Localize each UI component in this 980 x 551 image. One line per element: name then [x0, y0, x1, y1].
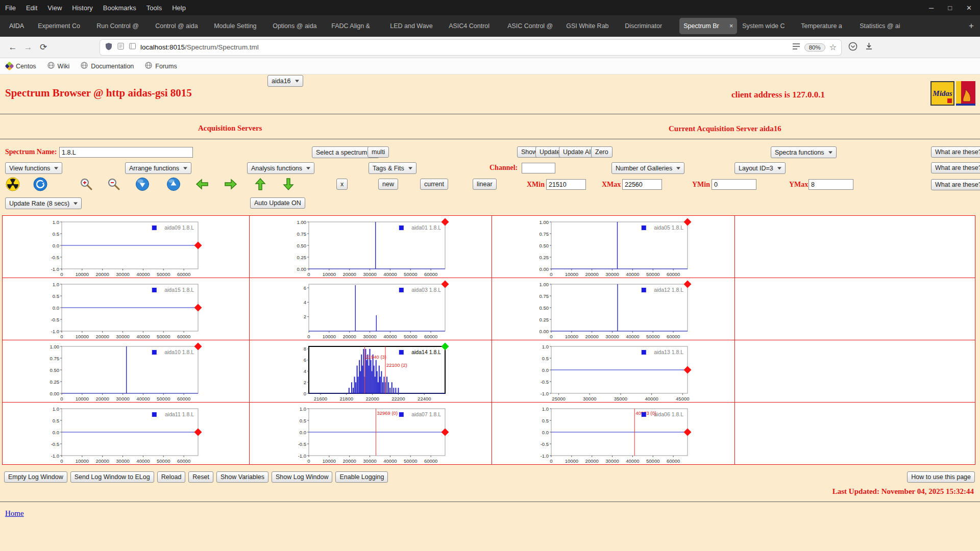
tab-module-setting[interactable]: Module Setting	[210, 18, 267, 34]
spectrum-chart-aida11[interactable]: 1.00.50.0-0.5-1.001000020000300004000050…	[40, 405, 209, 465]
linear-button[interactable]: linear	[473, 179, 497, 190]
gallery-cell-aida06[interactable]: 1.00.50.0-0.5-1.001000020000300004000050…	[492, 403, 735, 465]
list-icon[interactable]	[129, 42, 136, 52]
shield-icon[interactable]	[105, 42, 113, 53]
spectrum-chart-aida03[interactable]: 6420100002000030000400005000060000aida03…	[287, 280, 456, 340]
tab-spectrum-br[interactable]: Spectrum Br×	[679, 18, 737, 34]
reload-button[interactable]: Reload	[157, 471, 186, 483]
number-of-galleries-dropdown[interactable]: Number of Galleries	[611, 162, 684, 174]
gallery-cell-aida07[interactable]: 1.00.50.0-0.5-1.001000020000300004000050…	[250, 403, 492, 465]
bookmark-forums[interactable]: Forums	[145, 62, 177, 70]
bookmark-centos[interactable]: Centos	[6, 63, 36, 70]
empty-log-window-button[interactable]: Empty Log Window	[4, 471, 67, 483]
spectrum-chart-aida10[interactable]: 1.000.750.500.250.0001000020000300004000…	[40, 342, 209, 403]
spectrum-chart-aida06[interactable]: 1.00.50.0-0.5-1.001000020000300004000050…	[530, 405, 698, 465]
tags-fits-dropdown[interactable]: Tags & Fits	[369, 162, 416, 174]
tab-gsi-white-rab[interactable]: GSI White Rab	[562, 18, 620, 34]
spectrum-chart-aida01[interactable]: 1.000.750.500.250.0001000020000300004000…	[287, 218, 456, 278]
tab-run-control[interactable]: Run Control @	[92, 18, 150, 34]
spectrum-name-input[interactable]	[59, 147, 193, 158]
tab-close-icon[interactable]: ×	[726, 22, 733, 30]
tab-discriminator[interactable]: Discriminator	[621, 18, 678, 34]
arrow-left-icon[interactable]	[194, 177, 210, 192]
arrow-up-icon[interactable]	[253, 177, 268, 192]
close-button[interactable]: ✕	[966, 4, 972, 12]
tab-temperature-a[interactable]: Temperature a	[797, 18, 854, 34]
spectrum-chart-aida07[interactable]: 1.00.50.0-0.5-1.001000020000300004000050…	[287, 405, 456, 465]
gallery-cell-aida14[interactable]: 86420216002180022000222002240021940 (3)2…	[250, 340, 492, 403]
menu-history[interactable]: History	[67, 0, 97, 15]
layout-id-dropdown[interactable]: Layout ID=3	[734, 162, 786, 174]
url-field[interactable]: localhost:8015/Spectrum/Spectrum.tml 80%…	[100, 40, 841, 55]
gallery-cell-aida05[interactable]: 1.000.750.500.250.0001000020000300004000…	[492, 216, 735, 278]
water-cycle-icon[interactable]	[33, 177, 48, 192]
channel-input[interactable]	[522, 163, 555, 173]
send-log-window-to-elog-button[interactable]: Send Log Window to ELog	[70, 471, 154, 483]
arrow-right-icon[interactable]	[223, 177, 238, 192]
home-link[interactable]: Home	[5, 509, 24, 518]
reader-view-icon[interactable]	[792, 43, 800, 52]
current-button[interactable]: current	[420, 179, 448, 190]
what-are-these-button[interactable]: What are these?	[931, 146, 980, 158]
gallery-cell-aida13[interactable]: 1.00.50.0-0.5-1.025000300003500040000450…	[492, 340, 735, 403]
spectrum-chart-aida12[interactable]: 1.000.750.500.250.0001000020000300004000…	[530, 280, 698, 340]
new-tab-button[interactable]: +	[963, 15, 980, 37]
downloads-icon[interactable]	[865, 42, 873, 53]
page-icon[interactable]	[117, 42, 125, 52]
bookmark-star-icon[interactable]: ☆	[829, 42, 837, 52]
tab-asic-control[interactable]: ASIC Control @	[503, 18, 561, 34]
sphere-up-icon[interactable]	[166, 177, 181, 192]
what-are-these-button[interactable]: What are these?	[931, 162, 980, 173]
spectrum-chart-aida09[interactable]: 1.00.50.0-0.5-1.001000020000300004000050…	[40, 218, 209, 278]
gallery-cell-aida10[interactable]: 1.000.750.500.250.0001000020000300004000…	[3, 340, 250, 403]
save-to-pocket-icon[interactable]	[848, 42, 857, 53]
gallery-cell-aida01[interactable]: 1.000.750.500.250.0001000020000300004000…	[250, 216, 492, 278]
spectrum-chart-aida15[interactable]: 1.00.50.0-0.5-1.001000020000300004000050…	[40, 280, 209, 340]
zero-button[interactable]: Zero	[591, 146, 612, 158]
flame-logo[interactable]	[956, 81, 975, 106]
spectra-functions-dropdown[interactable]: Spectra functions	[771, 146, 837, 158]
update-rate-dropdown[interactable]: Update Rate (8 secs)	[5, 197, 82, 209]
xmin-input[interactable]	[546, 179, 586, 190]
tab-experiment-co[interactable]: Experiment Co	[34, 18, 91, 34]
tab-fadc-align[interactable]: FADC Align &	[327, 18, 385, 34]
arrow-down-icon[interactable]	[281, 177, 296, 192]
spectrum-chart-aida05[interactable]: 1.000.750.500.250.0001000020000300004000…	[530, 218, 698, 278]
ymax-input[interactable]	[808, 179, 853, 190]
menu-help[interactable]: Help	[167, 0, 191, 15]
view-functions-dropdown[interactable]: View functions	[5, 162, 62, 174]
tab-asic4-control[interactable]: ASIC4 Control	[445, 18, 502, 34]
reload-button[interactable]: ⟳	[36, 40, 51, 55]
show-variables-button[interactable]: Show Variables	[216, 471, 268, 483]
tab-options-aida[interactable]: Options @ aida	[268, 18, 326, 34]
acquisition-server-dropdown[interactable]: aida16	[267, 75, 303, 87]
tab-control-aida[interactable]: Control @ aida	[151, 18, 209, 34]
analysis-functions-dropdown[interactable]: Analysis functions	[247, 162, 314, 174]
gallery-cell-aida11[interactable]: 1.00.50.0-0.5-1.001000020000300004000050…	[3, 403, 250, 465]
midas-logo[interactable]: Midas	[930, 81, 954, 106]
menu-file[interactable]: File	[0, 0, 21, 15]
forward-button[interactable]: →	[20, 40, 36, 55]
menu-edit[interactable]: Edit	[21, 0, 42, 15]
reset-button[interactable]: Reset	[188, 471, 213, 483]
what-are-these-button[interactable]: What are these?	[931, 179, 980, 190]
tab-statistics-ai[interactable]: Statistics @ ai	[855, 18, 913, 34]
bookmark-wiki[interactable]: Wiki	[47, 62, 70, 70]
zoom-add-icon[interactable]	[79, 177, 94, 192]
sphere-down-icon[interactable]	[135, 177, 150, 192]
gallery-cell-aida15[interactable]: 1.00.50.0-0.5-1.001000020000300004000050…	[3, 278, 250, 340]
minimize-button[interactable]: ─	[929, 4, 934, 12]
auto-update-button[interactable]: Auto Update ON	[250, 197, 305, 209]
gallery-cell-aida09[interactable]: 1.00.50.0-0.5-1.001000020000300004000050…	[3, 216, 250, 278]
enable-logging-button[interactable]: Enable Logging	[335, 471, 388, 483]
show-log-window-button[interactable]: Show Log Window	[272, 471, 333, 483]
back-button[interactable]: ←	[5, 40, 20, 55]
gallery-cell-aida03[interactable]: 6420100002000030000400005000060000aida03…	[250, 278, 492, 340]
radiation-icon[interactable]	[5, 177, 20, 192]
maximize-button[interactable]: □	[948, 4, 952, 12]
multi-button[interactable]: multi	[368, 146, 389, 158]
zoom-level-badge[interactable]: 80%	[804, 43, 825, 52]
bookmark-documentation[interactable]: Documentation	[81, 62, 134, 70]
arrange-functions-dropdown[interactable]: Arrange functions	[125, 162, 191, 174]
menu-view[interactable]: View	[42, 0, 67, 15]
